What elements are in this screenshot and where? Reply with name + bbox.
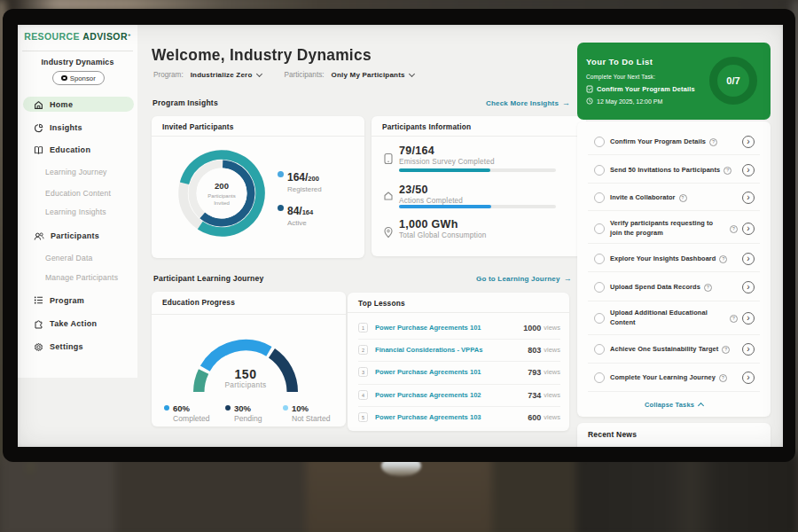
svg-text:Participants: Participants [207,193,235,199]
svg-text:200: 200 [215,181,229,191]
svg-text:Invited: Invited [214,200,230,206]
